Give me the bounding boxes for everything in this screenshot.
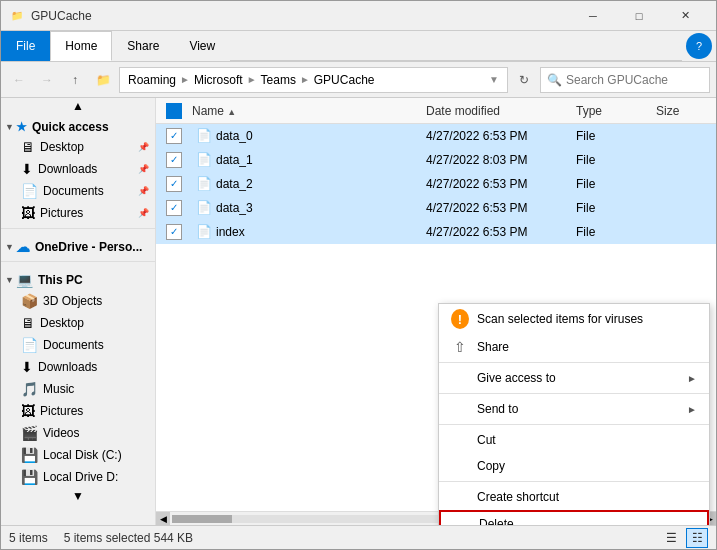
file-icon: 📄 [196, 224, 212, 239]
sidebar-item-pictures-quick[interactable]: 🖼 Pictures 📌 [1, 202, 155, 224]
sep3: ► [300, 74, 310, 85]
sidebar-item-music[interactable]: 🎵 Music [1, 378, 155, 400]
onedrive-header[interactable]: ▼ ☁ OneDrive - Perso... [1, 233, 155, 257]
file-date: 4/27/2022 8:03 PM [422, 153, 572, 167]
onedrive-icon: ☁ [16, 239, 30, 255]
ctx-create-shortcut[interactable]: Create shortcut [439, 484, 709, 510]
help-button[interactable]: ? [686, 33, 712, 59]
row-checkbox-area[interactable]: ✓ [160, 128, 188, 144]
check-all[interactable]: ✓ [160, 103, 188, 119]
search-icon: 🔍 [547, 73, 562, 87]
up-button[interactable]: ↑ [63, 68, 87, 92]
sidebar-item-3dobjects[interactable]: 📦 3D Objects [1, 290, 155, 312]
sidebar-item-desktop[interactable]: 🖥 Desktop [1, 312, 155, 334]
sidebar-item-desktop-quick[interactable]: 🖥 Desktop 📌 [1, 136, 155, 158]
ctx-send-to[interactable]: Send to ► [439, 396, 709, 422]
back-button[interactable]: ← [7, 68, 31, 92]
ribbon: File Home Share View ? [1, 31, 716, 62]
ctx-cut[interactable]: Cut [439, 427, 709, 453]
col-name-header[interactable]: Name ▲ [188, 104, 422, 118]
window-controls: ─ □ ✕ [570, 1, 708, 31]
sidebar-scroll-down[interactable]: ▼ [1, 488, 155, 504]
ctx-sendto-label: Send to [477, 402, 518, 416]
details-view-button[interactable]: ☰ [660, 528, 682, 548]
tab-home[interactable]: Home [50, 31, 112, 61]
sidebar-item-label: Documents [43, 184, 104, 198]
minimize-button[interactable]: ─ [570, 1, 616, 31]
thispc-header[interactable]: ▼ 💻 This PC [1, 266, 155, 290]
search-input[interactable] [566, 73, 703, 87]
file-name: 📄index [188, 224, 422, 239]
onedrive-chevron: ▼ [5, 242, 14, 252]
search-box[interactable]: 🔍 [540, 67, 710, 93]
file-type: File [572, 153, 652, 167]
table-row[interactable]: ✓ 📄data_1 4/27/2022 8:03 PM File [156, 148, 716, 172]
sidebar-item-label: Pictures [40, 206, 83, 220]
ctx-delete[interactable]: Delete [439, 510, 709, 525]
ctx-give-access[interactable]: Give access to ► [439, 365, 709, 391]
tab-share[interactable]: Share [112, 31, 174, 61]
virus-icon: ! [451, 309, 469, 329]
ctx-scan-viruses[interactable]: ! Scan selected items for viruses [439, 304, 709, 334]
sidebar-item-documents-quick[interactable]: 📄 Documents 📌 [1, 180, 155, 202]
address-box[interactable]: Roaming ► Microsoft ► Teams ► GPUCache ▼ [119, 67, 508, 93]
forward-button[interactable]: → [35, 68, 59, 92]
window-title: GPUCache [31, 9, 92, 23]
sidebar-item-localc[interactable]: 💾 Local Disk (C:) [1, 444, 155, 466]
file-name: 📄data_3 [188, 200, 422, 215]
list-view-button[interactable]: ☷ [686, 528, 708, 548]
table-row[interactable]: ✓ 📄index 4/27/2022 6:53 PM File [156, 220, 716, 244]
sidebar-item-locald[interactable]: 💾 Local Drive D: [1, 466, 155, 488]
row-checkbox-area[interactable]: ✓ [160, 224, 188, 240]
row-checkbox-area[interactable]: ✓ [160, 152, 188, 168]
scroll-left[interactable]: ◀ [156, 512, 170, 526]
breadcrumb: Microsoft [194, 73, 243, 87]
file-icon: 📄 [196, 200, 212, 215]
sidebar-divider [1, 228, 155, 229]
share-icon: ⇧ [451, 339, 469, 355]
address-dropdown-arrow[interactable]: ▼ [489, 74, 499, 85]
scroll-thumb[interactable] [172, 515, 232, 523]
onedrive-label: OneDrive - Perso... [35, 240, 142, 254]
ctx-arrow-icon: ► [687, 373, 697, 384]
folder-icon: 📁 [91, 68, 115, 92]
table-row[interactable]: ✓ 📄data_3 4/27/2022 6:53 PM File [156, 196, 716, 220]
sidebar-item-downloads[interactable]: ⬇ Downloads [1, 356, 155, 378]
file-type: File [572, 201, 652, 215]
row-checkbox[interactable]: ✓ [166, 152, 182, 168]
header-checkbox[interactable]: ✓ [166, 103, 182, 119]
row-checkbox[interactable]: ✓ [166, 224, 182, 240]
row-checkbox[interactable]: ✓ [166, 200, 182, 216]
row-checkbox-area[interactable]: ✓ [160, 176, 188, 192]
row-checkbox[interactable]: ✓ [166, 176, 182, 192]
quick-access-label: Quick access [32, 120, 109, 134]
col-type-header[interactable]: Type [572, 104, 652, 118]
sidebar: ▲ ▼ ★ Quick access 🖥 Desktop 📌 ⬇ Downloa… [1, 98, 156, 525]
col-date-header[interactable]: Date modified [422, 104, 572, 118]
ctx-separator3 [439, 424, 709, 425]
folder-icon: 📦 [21, 293, 38, 309]
row-checkbox[interactable]: ✓ [166, 128, 182, 144]
sidebar-item-pictures[interactable]: 🖼 Pictures [1, 400, 155, 422]
ctx-copy[interactable]: Copy [439, 453, 709, 479]
table-row[interactable]: ✓ 📄data_2 4/27/2022 6:53 PM File [156, 172, 716, 196]
sidebar-item-videos[interactable]: 🎬 Videos [1, 422, 155, 444]
table-row[interactable]: ✓ 📄data_0 4/27/2022 6:53 PM File [156, 124, 716, 148]
folder-icon: 🖼 [21, 403, 35, 419]
sidebar-scroll-up[interactable]: ▲ [1, 98, 155, 114]
refresh-button[interactable]: ↻ [512, 68, 536, 92]
sidebar-divider2 [1, 261, 155, 262]
ctx-scan-label: Scan selected items for viruses [477, 312, 643, 326]
file-type: File [572, 177, 652, 191]
tab-file[interactable]: File [1, 31, 50, 61]
sidebar-item-documents[interactable]: 📄 Documents [1, 334, 155, 356]
row-checkbox-area[interactable]: ✓ [160, 200, 188, 216]
quick-access-header[interactable]: ▼ ★ Quick access [1, 114, 155, 136]
maximize-button[interactable]: □ [616, 1, 662, 31]
col-size-header[interactable]: Size [652, 104, 712, 118]
tab-view[interactable]: View [174, 31, 230, 61]
close-button[interactable]: ✕ [662, 1, 708, 31]
sidebar-item-downloads-quick[interactable]: ⬇ Downloads 📌 [1, 158, 155, 180]
ctx-share[interactable]: ⇧ Share [439, 334, 709, 360]
sidebar-item-label: Documents [43, 338, 104, 352]
